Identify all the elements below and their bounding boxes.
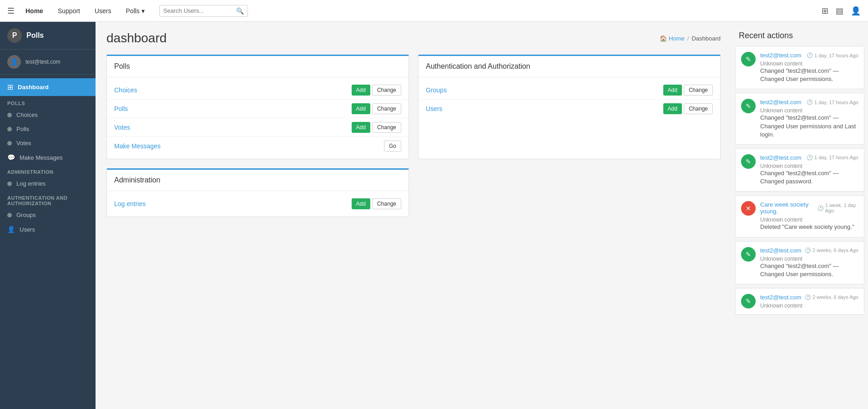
sidebar-user[interactable]: 👤 test@test.com: [0, 50, 96, 75]
groups-change-button[interactable]: Change: [684, 85, 713, 96]
polls-add-button[interactable]: Add: [352, 103, 370, 114]
brand-title: Polls: [26, 31, 44, 40]
action-item: ✎ test2@test.com 🕐 2 weeks, 6 days Ago U…: [735, 288, 864, 315]
choices-change-button[interactable]: Change: [372, 85, 401, 96]
action-content: Care week society young. 🕐 1 week, 1 day…: [760, 201, 858, 231]
sidebar-item-users[interactable]: 👤 Users: [0, 222, 96, 237]
breadcrumb-home-link[interactable]: 🏠 Home: [660, 35, 685, 42]
votes-add-button[interactable]: Add: [352, 122, 370, 133]
sidebar-item-polls[interactable]: Polls: [0, 122, 96, 136]
search-icon[interactable]: 🔍: [236, 7, 244, 15]
nav-users[interactable]: Users: [91, 5, 115, 16]
user-icon: 👤: [7, 226, 15, 233]
log-entries-add-button[interactable]: Add: [352, 198, 370, 209]
choices-link[interactable]: Choices: [114, 86, 137, 94]
groups-actions: Add Change: [663, 85, 713, 96]
home-icon: 🏠: [660, 35, 667, 42]
brand-icon: P: [7, 28, 22, 43]
users-change-button[interactable]: Change: [684, 103, 713, 114]
action-unknown-content: Unknown content: [760, 163, 858, 169]
action-description: Changed "test2@test.com" — Changed passw…: [760, 169, 858, 186]
sidebar-item-votes[interactable]: Votes: [0, 136, 96, 150]
choices-add-button[interactable]: Add: [352, 85, 370, 96]
groups-link[interactable]: Groups: [426, 86, 447, 94]
avatar: 👤: [7, 55, 21, 69]
list-icon[interactable]: ▤: [836, 6, 843, 16]
users-add-button[interactable]: Add: [663, 103, 682, 114]
action-item: ✎ test2@test.com 🕐 2 weeks, 6 days Ago U…: [735, 241, 864, 284]
action-user-link[interactable]: test2@test.com: [760, 294, 802, 301]
action-content: test2@test.com 🕐 2 weeks, 6 days Ago Unk…: [760, 247, 858, 278]
users-actions: Add Change: [663, 103, 713, 114]
make-messages-actions: Go: [384, 141, 401, 151]
groups-add-button[interactable]: Add: [663, 85, 682, 96]
log-entries-link[interactable]: Log entries: [114, 200, 146, 207]
dashboard-icon: ⊞: [7, 83, 13, 91]
votes-change-button[interactable]: Change: [372, 122, 401, 133]
recent-actions-panel: Recent actions ✎ test2@test.com 🕐 1 day,…: [732, 22, 868, 409]
table-row: Groups Add Change: [419, 81, 720, 100]
search-input[interactable]: [163, 7, 236, 14]
sidebar-section-polls: Polls: [0, 96, 96, 108]
main-content: dashboard 🏠 Home / Dashboard Polls: [96, 22, 732, 409]
polls-card-body: Choices Add Change Polls Add Change: [107, 77, 409, 159]
users-link[interactable]: Users: [426, 105, 443, 112]
sidebar-item-make-messages[interactable]: 💬 Make Messages: [0, 150, 96, 165]
sidebar: P Polls 👤 test@test.com ⊞ Dashboard Poll…: [0, 22, 96, 409]
sidebar-item-dashboard[interactable]: ⊞ Dashboard: [0, 78, 96, 96]
log-entries-change-button[interactable]: Change: [372, 198, 401, 209]
action-time: 🕐 2 weeks, 6 days Ago: [805, 294, 858, 300]
action-user-link[interactable]: test2@test.com: [760, 154, 802, 161]
hamburger-icon[interactable]: ☰: [7, 6, 15, 16]
action-user-link[interactable]: test2@test.com: [760, 99, 802, 106]
admin-card: Administration Log entries Add Change: [106, 168, 409, 217]
action-meta: test2@test.com 🕐 2 weeks, 6 days Ago: [760, 247, 858, 254]
topnav: ☰ Home Support Users Polls ▾ 🔍 ⊞ ▤ 👤: [0, 0, 868, 22]
action-unknown-content: Unknown content: [760, 107, 858, 114]
sidebar-item-label: Dashboard: [18, 84, 49, 91]
make-messages-go-button[interactable]: Go: [384, 141, 401, 151]
dot-icon: [7, 113, 12, 117]
action-description: Changed "test2@test.com" — Changed User …: [760, 262, 858, 278]
nav-home[interactable]: Home: [22, 5, 47, 16]
clock-icon: 🕐: [805, 294, 811, 300]
action-description: Changed "test2@test.com" — Changed User …: [760, 114, 858, 139]
polls-change-button[interactable]: Change: [372, 103, 401, 114]
page-header: dashboard 🏠 Home / Dashboard: [106, 31, 721, 45]
auth-card: Authentication and Authorization Groups …: [418, 55, 721, 159]
make-messages-link[interactable]: Make Messages: [114, 142, 161, 150]
action-time: 🕐 1 day, 17 hours Ago: [807, 52, 858, 58]
table-row: Votes Add Change: [107, 118, 409, 137]
search-box: 🔍: [159, 5, 248, 17]
breadcrumb-current: Dashboard: [691, 35, 721, 42]
action-icon: ✎: [741, 154, 756, 169]
action-meta: test2@test.com 🕐 1 day, 17 hours Ago: [760, 52, 858, 59]
polls-link[interactable]: Polls: [114, 105, 128, 112]
action-user-link[interactable]: test2@test.com: [760, 247, 802, 254]
action-meta: Care week society young. 🕐 1 week, 1 day…: [760, 201, 858, 215]
user-icon[interactable]: 👤: [851, 6, 861, 16]
votes-actions: Add Change: [352, 122, 401, 133]
sidebar-brand: P Polls: [0, 22, 96, 50]
sidebar-section-auth: Authentication and Authorization: [0, 191, 96, 208]
log-entries-actions: Add Change: [352, 198, 401, 209]
breadcrumb-separator: /: [687, 35, 689, 42]
recent-actions-list: ✎ test2@test.com 🕐 1 day, 17 hours Ago U…: [732, 46, 868, 315]
action-time: 🕐 1 day, 17 hours Ago: [807, 155, 858, 161]
action-meta: test2@test.com 🕐 1 day, 17 hours Ago: [760, 154, 858, 161]
nav-support[interactable]: Support: [54, 5, 84, 16]
nav-polls-dropdown[interactable]: Polls ▾: [122, 5, 148, 16]
polls-card-header: Polls: [107, 56, 409, 77]
grid-icon[interactable]: ⊞: [822, 6, 828, 16]
action-description: Changed "test2@test.com" — Changed User …: [760, 67, 858, 83]
action-content: test2@test.com 🕐 1 day, 17 hours Ago Unk…: [760, 99, 858, 139]
sidebar-item-groups[interactable]: Groups: [0, 208, 96, 222]
action-unknown-content: Unknown content: [760, 217, 858, 223]
action-icon: ✎: [741, 294, 756, 308]
clock-icon: 🕐: [807, 52, 813, 58]
votes-link[interactable]: Votes: [114, 124, 130, 131]
sidebar-item-choices[interactable]: Choices: [0, 108, 96, 122]
action-icon: ✎: [741, 99, 756, 113]
sidebar-item-log-entries[interactable]: Log entries: [0, 177, 96, 191]
action-user-link[interactable]: test2@test.com: [760, 52, 802, 59]
